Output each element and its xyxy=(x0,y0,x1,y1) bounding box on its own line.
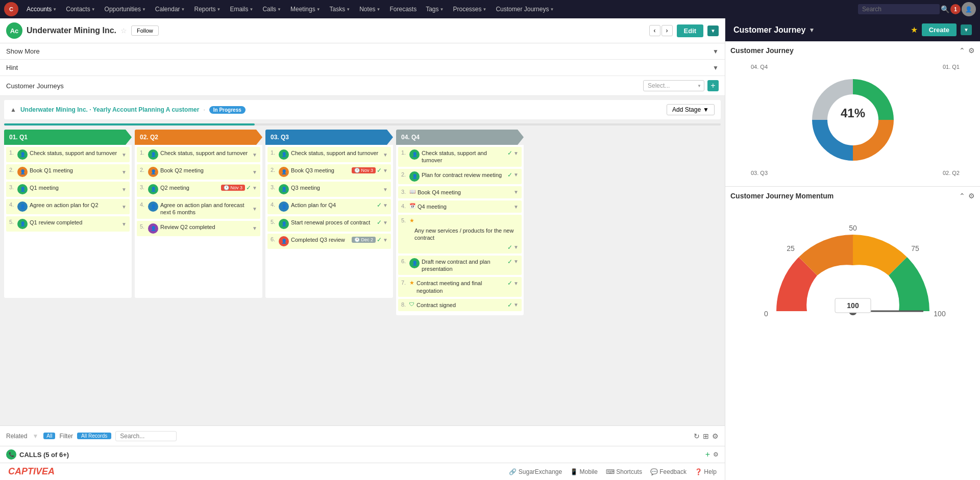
task-check-icon[interactable]: ✓ xyxy=(377,219,382,226)
task-dropdown-icon[interactable]: ▼ xyxy=(383,152,388,158)
task-check-icon[interactable]: ✓ xyxy=(507,149,512,157)
task-dropdown-icon[interactable]: ▼ xyxy=(383,203,388,208)
task-dropdown-icon[interactable]: ▼ xyxy=(252,185,257,191)
journey-title[interactable]: Underwater Mining Inc. · Yearly Account … xyxy=(20,106,200,113)
collapse-arrow-icon[interactable]: ▲ xyxy=(10,106,16,113)
nav-calls[interactable]: Calls ▼ xyxy=(258,4,285,15)
search-icon[interactable]: 🔍 xyxy=(941,5,949,13)
task-dropdown-icon[interactable]: ▼ xyxy=(121,187,127,192)
column-header-q3: 03. Q3 xyxy=(265,130,393,145)
refresh-icon[interactable]: ↻ xyxy=(694,432,700,440)
nav-tasks[interactable]: Tasks ▼ xyxy=(326,4,355,15)
right-panel-favorite-icon[interactable]: ★ xyxy=(911,25,918,35)
task-text: Q2 meeting xyxy=(160,184,219,191)
nav-meetings[interactable]: Meetings ▼ xyxy=(286,4,325,15)
help-link[interactable]: ❓ Help xyxy=(695,468,717,475)
task-dropdown-icon[interactable]: ▼ xyxy=(513,244,519,250)
task-check-icon[interactable]: ✓ xyxy=(377,167,382,174)
nav-accounts[interactable]: Accounts ▼ xyxy=(22,4,61,15)
task-dropdown-icon[interactable]: ▼ xyxy=(513,189,519,195)
customer-journey-chart-widget: Customer Journey ⌃ ⚙ xyxy=(725,41,980,187)
nav-calendar[interactable]: Calendar ▼ xyxy=(151,4,189,15)
task-item: 1. 👤 Check status, support and turnover … xyxy=(6,147,130,162)
task-dropdown-icon[interactable]: ▼ xyxy=(513,281,519,286)
momentum-settings-icon[interactable]: ⚙ xyxy=(968,192,975,200)
star-icon: ★ xyxy=(409,217,414,224)
all-records-badge[interactable]: All Records xyxy=(77,433,111,439)
task-dropdown-icon[interactable]: ▼ xyxy=(513,172,519,178)
nav-reports[interactable]: Reports ▼ xyxy=(190,4,225,15)
prev-record-button[interactable]: ‹ xyxy=(649,25,660,36)
grid-icon[interactable]: ⊞ xyxy=(703,432,709,440)
task-dropdown-icon[interactable]: ▼ xyxy=(121,169,127,175)
nav-tags[interactable]: Tags ▼ xyxy=(422,4,448,15)
task-check-icon[interactable]: ✓ xyxy=(377,236,382,243)
nav-notes[interactable]: Notes ▼ xyxy=(355,4,384,15)
star-icon: ★ xyxy=(409,280,414,286)
task-text: Completed Q3 review xyxy=(291,236,350,243)
sugar-exchange-link[interactable]: 🔗 SugarExchange xyxy=(509,468,562,475)
task-check-icon[interactable]: ✓ xyxy=(377,201,382,209)
task-dropdown-icon[interactable]: ▼ xyxy=(121,152,127,158)
global-search-input[interactable] xyxy=(858,4,940,14)
task-dropdown-icon[interactable]: ▼ xyxy=(383,168,388,173)
settings-icon[interactable]: ⚙ xyxy=(712,432,719,440)
nav-emails[interactable]: Emails ▼ xyxy=(226,4,257,15)
momentum-collapse-icon[interactable]: ⌃ xyxy=(959,192,965,200)
calls-settings-icon[interactable]: ⚙ xyxy=(713,451,719,458)
right-header-actions: ★ Create ▼ xyxy=(911,23,972,36)
show-more-chevron: ▼ xyxy=(713,48,719,55)
task-dropdown-icon[interactable]: ▼ xyxy=(383,237,388,243)
task-date-badge: 🕐 Nov 3 xyxy=(352,167,376,173)
task-item: 4. 👤 Agree on action plan and forecast n… xyxy=(137,199,260,219)
task-dropdown-icon[interactable]: ▼ xyxy=(121,204,127,210)
task-dropdown-icon[interactable]: ▼ xyxy=(252,152,257,158)
task-check-icon[interactable]: ✓ xyxy=(507,171,512,179)
task-dropdown-icon[interactable]: ▼ xyxy=(252,206,257,212)
widget-collapse-icon[interactable]: ⌃ xyxy=(959,46,965,55)
task-dropdown-icon[interactable]: ▼ xyxy=(513,259,519,264)
nav-customer-journeys[interactable]: Customer Journeys ▼ xyxy=(492,4,558,15)
right-title-dropdown-icon[interactable]: ▼ xyxy=(808,27,815,34)
task-check-icon[interactable]: ✓ xyxy=(246,184,251,191)
add-journey-button[interactable]: + xyxy=(707,80,719,91)
add-call-button[interactable]: + xyxy=(705,450,710,459)
task-dropdown-icon[interactable]: ▼ xyxy=(513,302,519,308)
follow-button[interactable]: Follow xyxy=(131,26,159,36)
edit-button[interactable]: Edit xyxy=(677,24,704,37)
create-button[interactable]: Create xyxy=(922,23,957,36)
task-dropdown-icon[interactable]: ▼ xyxy=(252,169,257,175)
task-dropdown-icon[interactable]: ▼ xyxy=(252,225,257,231)
hint-section[interactable]: Hint ▼ xyxy=(0,60,725,76)
all-badge[interactable]: All xyxy=(43,433,55,439)
add-stage-button[interactable]: Add Stage ▼ xyxy=(667,104,715,115)
task-dropdown-icon[interactable]: ▼ xyxy=(383,187,388,192)
nav-forecasts[interactable]: Forecasts xyxy=(385,4,421,15)
journey-select[interactable]: Select... xyxy=(643,80,704,91)
task-check-icon[interactable]: ✓ xyxy=(507,301,512,309)
nav-opportunities[interactable]: Opportunities ▼ xyxy=(101,4,150,15)
edit-dropdown-button[interactable]: ▼ xyxy=(707,26,719,36)
user-avatar[interactable]: 👤 xyxy=(962,2,976,16)
shortcuts-link[interactable]: ⌨ Shortcuts xyxy=(606,468,642,475)
nav-processes[interactable]: Processes ▼ xyxy=(449,4,491,15)
next-record-button[interactable]: › xyxy=(662,25,673,36)
favorite-icon[interactable]: ☆ xyxy=(120,27,127,35)
mobile-link[interactable]: 📱 Mobile xyxy=(570,468,598,475)
records-search-input[interactable] xyxy=(115,431,177,441)
svg-text:100: 100 xyxy=(934,310,946,318)
create-dropdown-button[interactable]: ▼ xyxy=(961,24,972,35)
task-check-icon[interactable]: ✓ xyxy=(507,280,512,287)
widget-settings-icon[interactable]: ⚙ xyxy=(968,46,975,55)
task-dropdown-icon[interactable]: ▼ xyxy=(513,204,519,210)
task-avatar: 👤 xyxy=(279,149,289,160)
task-dropdown-icon[interactable]: ▼ xyxy=(383,220,388,225)
task-check-icon[interactable]: ✓ xyxy=(507,244,512,251)
momentum-widget-controls: ⌃ ⚙ xyxy=(959,192,975,200)
show-more-section[interactable]: Show More ▼ xyxy=(0,43,725,60)
nav-contacts[interactable]: Contacts ▼ xyxy=(62,4,99,15)
task-dropdown-icon[interactable]: ▼ xyxy=(513,150,519,156)
task-dropdown-icon[interactable]: ▼ xyxy=(121,221,127,227)
task-check-icon[interactable]: ✓ xyxy=(507,258,512,265)
feedback-link[interactable]: 💬 Feedback xyxy=(650,468,687,475)
